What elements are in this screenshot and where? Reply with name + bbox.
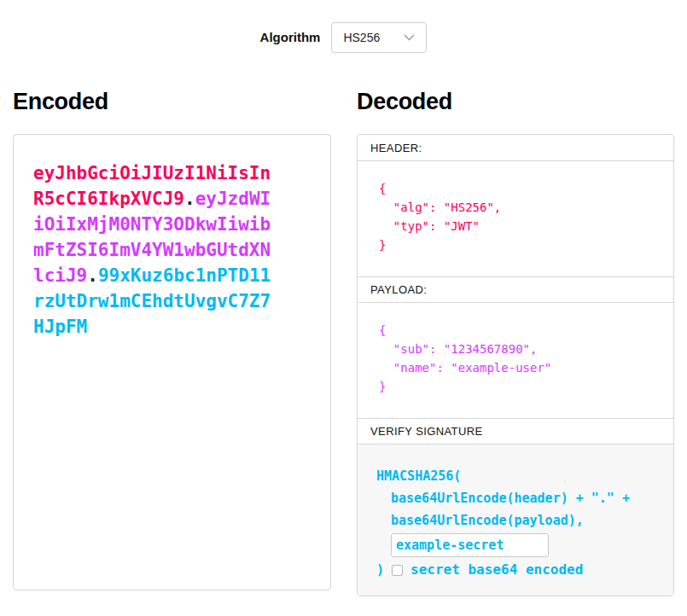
algorithm-row: Algorithm HS256 [0,0,687,52]
jwt-token-editor[interactable]: eyJhbGciOiJIUzI1NiIsInR5cCI6IkpXVCJ9.eyJ… [33,160,273,340]
algorithm-select[interactable]: HS256 [331,22,427,53]
hmac-close-row: ) secret base64 encoded [376,559,673,581]
header-json-editor[interactable]: { "alg": "HS256", "typ": "JWT" } [358,161,673,276]
main-columns: Encoded eyJhbGciOiJIUzI1NiIsInR5cCI6IkpX… [0,88,687,596]
verify-signature-body: HMACSHA256( base64UrlEncode(header) + ".… [358,445,673,596]
header-section-label: HEADER: [358,135,673,161]
hmac-fn-open: HMACSHA256( [376,465,673,487]
encoded-panel: eyJhbGciOiJIUzI1NiIsInR5cCI6IkpXVCJ9.eyJ… [13,134,331,590]
chevron-down-icon [404,34,415,41]
hmac-fn-close: ) [376,559,384,581]
token-dot-separator: . [87,265,98,286]
decoded-panel: HEADER: { "alg": "HS256", "typ": "JWT" }… [357,134,674,596]
secret-base64-label[interactable]: secret base64 encoded [410,559,583,581]
token-dot-separator: . [184,189,195,209]
algorithm-label: Algorithm [260,30,321,44]
hmac-line-header: base64UrlEncode(header) + "." + [391,487,673,509]
encoded-column: Encoded eyJhbGciOiJIUzI1NiIsInR5cCI6IkpX… [13,88,331,596]
algorithm-selected-value: HS256 [343,31,380,44]
decoded-title: Decoded [357,88,674,115]
payload-section-label: PAYLOAD: [358,276,673,303]
decoded-column: Decoded HEADER: { "alg": "HS256", "typ":… [357,88,674,596]
hmac-line-payload: base64UrlEncode(payload), [391,509,673,532]
secret-base64-checkbox[interactable] [392,565,403,576]
payload-json-editor[interactable]: { "sub": "1234567890", "name": "example-… [358,303,673,418]
secret-input[interactable] [391,533,549,557]
verify-signature-label: VERIFY SIGNATURE [358,418,673,445]
encoded-title: Encoded [13,88,331,115]
